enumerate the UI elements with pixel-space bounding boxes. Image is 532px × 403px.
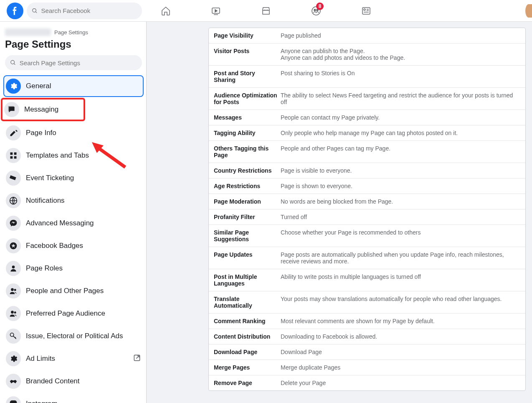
settings-row[interactable]: Country RestrictionsPage is visible to e…	[209, 163, 525, 179]
breadcrumb-text[interactable]: Page Settings	[54, 29, 88, 36]
header: 8	[0, 0, 532, 22]
settings-row[interactable]: Page ModerationNo words are being blocke…	[209, 194, 525, 209]
star-badge-icon	[6, 238, 21, 253]
settings-row[interactable]: Post in Multiple LanguagesAbility to wri…	[209, 269, 525, 291]
settings-row[interactable]: Post and Story SharingPost sharing to St…	[209, 66, 525, 88]
sidebar-item-label: People and Other Pages	[26, 287, 104, 295]
settings-table: Page VisibilityPage publishedVisitor Pos…	[208, 28, 526, 391]
user-avatar[interactable]	[525, 4, 532, 18]
settings-row[interactable]: Similar Page SuggestionsChoose whether y…	[209, 225, 525, 247]
messenger-icon	[6, 216, 21, 231]
sidebar-item-people-and-other-pages[interactable]: People and Other Pages	[3, 280, 144, 302]
settings-search[interactable]	[5, 55, 142, 70]
settings-row[interactable]: Remove PageDelete your Page	[209, 375, 525, 390]
sidebar-item-messaging[interactable]: Messaging	[1, 98, 85, 121]
sidebar-item-issue-electoral-or-political-ads[interactable]: Issue, Electoral or Political Ads	[3, 325, 144, 347]
svg-point-0	[33, 8, 36, 12]
sidebar-item-event-ticketing[interactable]: Event Ticketing	[3, 167, 144, 189]
sidebar-item-instagram[interactable]: Instagram	[3, 393, 144, 403]
settings-value: Anyone can publish to the Page. Anyone c…	[281, 48, 405, 61]
settings-value: Page is visible to everyone.	[281, 167, 352, 174]
sidebar-item-label: Page Info	[26, 129, 56, 137]
globe-icon	[6, 193, 21, 208]
key-icon	[6, 329, 21, 344]
gear-icon	[6, 351, 21, 366]
sidebar-item-templates-and-tabs[interactable]: Templates and Tabs	[3, 145, 144, 166]
settings-key: Messages	[214, 114, 281, 121]
svg-rect-16	[10, 156, 13, 159]
sidebar-item-label: Preferred Page Audience	[26, 309, 105, 318]
nav-marketplace-icon[interactable]	[243, 1, 289, 21]
page-title: Page Settings	[3, 38, 144, 55]
settings-value: No words are being blocked from the Page…	[281, 198, 393, 205]
sidebar-item-label: Event Ticketing	[26, 174, 74, 182]
settings-value: Turned off	[281, 214, 307, 220]
sidebar-item-ad-limits[interactable]: Ad Limits	[3, 348, 144, 370]
breadcrumb-blur	[5, 28, 51, 36]
settings-key: Visitor Posts	[214, 48, 281, 61]
settings-value: Page published	[281, 32, 321, 39]
settings-row[interactable]: Download PageDownload Page	[209, 344, 525, 360]
sidebar-item-label: Notifications	[26, 196, 65, 205]
sidebar-item-label: Issue, Electoral or Political Ads	[26, 332, 123, 340]
nav-groups-icon[interactable]: 8	[293, 1, 339, 21]
settings-row[interactable]: Others Tagging this PagePeople and other…	[209, 141, 525, 163]
main-content: Page VisibilityPage publishedVisitor Pos…	[147, 22, 532, 403]
settings-row[interactable]: Translate AutomaticallyYour posts may sh…	[209, 291, 525, 314]
sidebar-item-page-info[interactable]: Page Info	[3, 122, 144, 144]
nav-news-icon[interactable]	[343, 1, 390, 21]
chat-icon	[4, 102, 19, 117]
settings-value: Delete your Page	[281, 380, 326, 386]
settings-row[interactable]: Merge PagesMerge duplicate Pages	[209, 360, 525, 375]
sidebar-item-page-roles[interactable]: Page Roles	[3, 258, 144, 279]
settings-row[interactable]: Content DistributionDownloading to Faceb…	[209, 329, 525, 344]
settings-search-input[interactable]	[20, 59, 137, 66]
settings-key: Translate Automatically	[214, 296, 281, 309]
settings-key: Age Restrictions	[214, 183, 281, 189]
settings-value: Most relevant comments are shown for my …	[281, 318, 435, 324]
sidebar-item-notifications[interactable]: Notifications	[3, 190, 144, 212]
external-link-icon	[133, 354, 141, 364]
gear-icon	[6, 79, 21, 94]
settings-row[interactable]: Age RestrictionsPage is shown to everyon…	[209, 179, 525, 194]
settings-row[interactable]: Audience Optimization for PostsThe abili…	[209, 88, 525, 110]
settings-key: Audience Optimization for Posts	[214, 92, 281, 105]
nav-center: 8	[142, 1, 390, 21]
svg-point-24	[14, 311, 16, 314]
settings-key: Page Moderation	[214, 198, 281, 205]
settings-row[interactable]: Comment RankingMost relevant comments ar…	[209, 314, 525, 329]
svg-rect-14	[10, 153, 13, 155]
sidebar-item-label: Advanced Messaging	[26, 219, 94, 227]
settings-value: People and other Pages can tag my Page.	[281, 145, 390, 158]
settings-row[interactable]: Profanity FilterTurned off	[209, 209, 525, 225]
sidebar-item-preferred-page-audience[interactable]: Preferred Page Audience	[3, 303, 144, 324]
svg-point-23	[11, 311, 14, 314]
settings-row[interactable]: Page UpdatesPage posts are automatically…	[209, 247, 525, 269]
global-search-input[interactable]	[41, 7, 137, 14]
settings-row[interactable]: MessagesPeople can contact my Page priva…	[209, 110, 525, 125]
settings-value: People can contact my Page privately.	[281, 114, 380, 121]
settings-row[interactable]: Visitor PostsAnyone can publish to the P…	[209, 43, 525, 66]
sidebar-item-label: Branded Content	[26, 377, 80, 385]
settings-value: Download Page	[281, 349, 322, 355]
settings-key: Page Updates	[214, 251, 281, 265]
settings-key: Post and Story Sharing	[214, 70, 281, 83]
settings-value: Page is shown to everyone.	[281, 183, 352, 189]
sidebar-item-advanced-messaging[interactable]: Advanced Messaging	[3, 212, 144, 234]
sidebar-item-branded-content[interactable]: Branded Content	[3, 370, 144, 392]
grid-icon	[6, 148, 21, 163]
global-search[interactable]	[27, 3, 142, 19]
settings-row[interactable]: Page VisibilityPage published	[209, 28, 525, 43]
sidebar-item-facebook-badges[interactable]: Facebook Badges	[3, 235, 144, 257]
sidebar-item-general[interactable]: General	[3, 75, 144, 97]
svg-rect-7	[362, 8, 370, 14]
settings-value: Only people who help manage my Page can …	[281, 130, 458, 136]
nav-home-icon[interactable]	[142, 1, 189, 21]
settings-key: Merge Pages	[214, 364, 281, 371]
sidebar-item-label: Page Roles	[26, 264, 63, 273]
settings-row[interactable]: Tagging AbilityOnly people who help mana…	[209, 125, 525, 141]
svg-point-22	[14, 289, 16, 291]
nav-watch-icon[interactable]	[193, 1, 239, 21]
settings-value: Merge duplicate Pages	[281, 364, 340, 371]
facebook-logo[interactable]	[7, 3, 23, 19]
